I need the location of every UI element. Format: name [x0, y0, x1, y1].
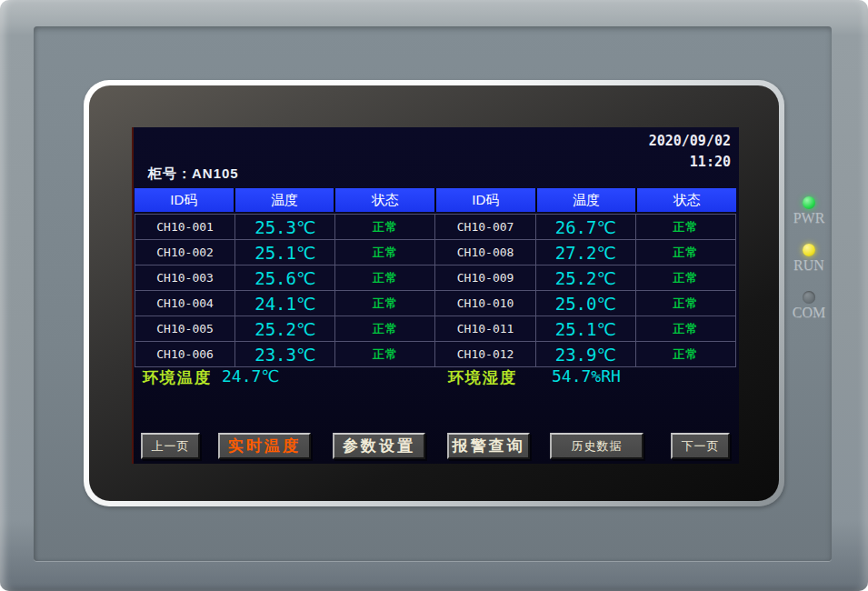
temperature-cell: 25.2℃ — [235, 316, 334, 341]
lcd-screen: 2020/09/02 11:20 柜号：AN105 ID码温度状态ID码温度状态… — [132, 127, 739, 464]
temperature-cell: 25.1℃ — [235, 240, 334, 265]
channel-id-cell: CH10-005 — [135, 316, 234, 341]
temperature-cell: 25.0℃ — [536, 291, 635, 316]
temperature-cell: 27.2℃ — [536, 240, 635, 265]
run-led — [803, 244, 815, 256]
temperature-cell: 25.2℃ — [536, 265, 635, 290]
param-setup-button[interactable]: 参数设置 — [333, 433, 425, 459]
time-display: 11:20 — [690, 154, 731, 170]
status-cell: 正常 — [335, 240, 434, 265]
temperature-cell: 23.3℃ — [235, 342, 334, 366]
channel-id-cell: CH10-009 — [435, 265, 534, 290]
temperature-cell: 26.7℃ — [536, 215, 635, 239]
channel-id-cell: CH10-007 — [435, 215, 534, 239]
ambient-humidity-label: 环境湿度 — [448, 367, 517, 388]
run-led-label: RUN — [782, 257, 836, 274]
history-data-button[interactable]: 历史数据 — [550, 433, 644, 459]
status-cell: 正常 — [335, 215, 434, 239]
status-cell: 正常 — [636, 215, 735, 239]
com-led-label: COM — [782, 305, 836, 321]
status-cell: 正常 — [636, 240, 735, 265]
hmi-device: 2020/09/02 11:20 柜号：AN105 ID码温度状态ID码温度状态… — [0, 0, 868, 591]
table-header-cell: 状态 — [637, 188, 736, 212]
cabinet-number-label: 柜号：AN105 — [148, 165, 239, 183]
channel-id-cell: CH10-006 — [135, 342, 234, 366]
channel-id-cell: CH10-001 — [135, 215, 234, 239]
temperature-cell: 23.9℃ — [536, 342, 635, 366]
table-header-cell: 温度 — [537, 188, 636, 212]
table-header-cell: 状态 — [335, 188, 434, 212]
ambient-temperature-label: 环境温度 — [143, 367, 212, 388]
status-cell: 正常 — [636, 342, 735, 366]
date-display: 2020/09/02 — [649, 133, 731, 149]
channel-id-cell: CH10-003 — [135, 265, 234, 290]
prev-page-button[interactable]: 上一页 — [141, 433, 200, 459]
status-cell: 正常 — [335, 316, 434, 341]
temperature-cell: 24.1℃ — [235, 291, 334, 316]
channel-id-cell: CH10-011 — [435, 316, 534, 341]
status-cell: 正常 — [636, 265, 735, 290]
pwr-led-label: PWR — [782, 210, 836, 226]
alarm-query-button[interactable]: 报警查询 — [447, 433, 530, 459]
table-header-cell: ID码 — [135, 188, 234, 212]
status-cell: 正常 — [636, 316, 735, 341]
channel-id-cell: CH10-008 — [435, 240, 534, 265]
channel-id-cell: CH10-012 — [435, 342, 534, 366]
temperature-cell: 25.6℃ — [235, 265, 334, 290]
channel-id-cell: CH10-010 — [435, 291, 534, 316]
temperature-cell: 25.3℃ — [235, 215, 334, 239]
temperature-cell: 25.1℃ — [536, 316, 635, 341]
pwr-led — [803, 196, 815, 209]
temperature-table: ID码温度状态ID码温度状态 CH10-00125.3℃正常CH10-00726… — [135, 188, 736, 367]
table-header-cell: 温度 — [235, 188, 334, 212]
ambient-temperature-value: 24.7℃ — [222, 366, 280, 386]
table-header-cell: ID码 — [436, 188, 535, 212]
next-page-button[interactable]: 下一页 — [671, 433, 730, 459]
table-header-row: ID码温度状态ID码温度状态 — [135, 188, 736, 212]
com-led — [803, 291, 815, 304]
ambient-humidity-value: 54.7%RH — [552, 366, 621, 386]
realtime-temp-button[interactable]: 实时温度 — [218, 433, 311, 459]
channel-id-cell: CH10-004 — [135, 291, 234, 316]
status-cell: 正常 — [335, 265, 434, 290]
table-body: CH10-00125.3℃正常CH10-00726.7℃正常CH10-00225… — [135, 214, 736, 367]
status-cell: 正常 — [636, 291, 735, 316]
channel-id-cell: CH10-002 — [135, 240, 234, 265]
status-cell: 正常 — [335, 342, 434, 366]
status-cell: 正常 — [335, 291, 434, 316]
device-frame: 2020/09/02 11:20 柜号：AN105 ID码温度状态ID码温度状态… — [0, 0, 868, 591]
